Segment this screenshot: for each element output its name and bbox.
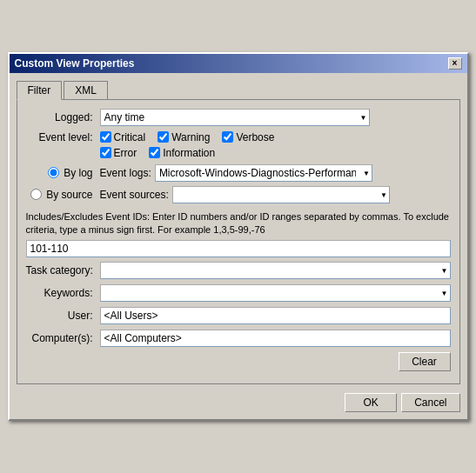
critical-label: Critical xyxy=(114,131,146,143)
tab-xml[interactable]: XML xyxy=(64,81,108,100)
keywords-label: Keywords: xyxy=(26,287,100,299)
clear-button[interactable]: Clear xyxy=(399,352,451,371)
critical-checkbox[interactable] xyxy=(100,131,111,143)
information-checkbox-label[interactable]: Information xyxy=(149,147,215,159)
by-source-row: By source Event sources: xyxy=(26,186,451,203)
ok-button[interactable]: OK xyxy=(345,393,397,412)
by-log-radio-label[interactable]: By log xyxy=(48,167,92,179)
task-category-row: Task category: xyxy=(26,262,451,279)
warning-checkbox-label[interactable]: Warning xyxy=(158,131,210,143)
event-level-checkboxes-row1: Critical Warning Verbose xyxy=(100,131,275,143)
event-logs-label: Event logs: xyxy=(100,167,151,179)
event-sources-select-wrapper xyxy=(172,186,390,203)
task-category-select[interactable] xyxy=(100,262,451,279)
user-label: User: xyxy=(26,310,100,322)
user-input[interactable] xyxy=(100,307,451,324)
cancel-button[interactable]: Cancel xyxy=(401,393,459,412)
by-log-row: By log Event logs: Microsoft-Windows-Dia… xyxy=(26,164,451,182)
by-source-radio[interactable] xyxy=(30,189,42,200)
keywords-row: Keywords: xyxy=(26,284,451,302)
critical-checkbox-label[interactable]: Critical xyxy=(100,131,146,143)
filter-panel: Logged: Any time Last hour Last 12 hours… xyxy=(17,99,460,385)
description-text: Includes/Excludes Event IDs: Enter ID nu… xyxy=(26,210,451,237)
task-category-select-wrapper xyxy=(100,262,451,279)
event-level-label: Event level: xyxy=(26,131,100,143)
logged-select-wrapper: Any time Last hour Last 12 hours Last 24… xyxy=(100,109,370,126)
event-ids-input[interactable] xyxy=(26,240,451,257)
tab-filter[interactable]: Filter xyxy=(17,81,63,100)
dialog-content: Filter XML Logged: Any time Last hour La… xyxy=(10,73,467,420)
task-category-label: Task category: xyxy=(26,264,100,276)
by-source-radio-label[interactable]: By source xyxy=(30,189,92,201)
dialog: Custom View Properties × Filter XML Logg… xyxy=(8,52,469,422)
warning-checkbox[interactable] xyxy=(158,131,169,143)
event-logs-select[interactable]: Microsoft-Windows-Diagnostics-Performanc… xyxy=(155,164,372,182)
event-level-row1: Event level: Critical Warning Verbose xyxy=(26,131,451,143)
verbose-checkbox-label[interactable]: Verbose xyxy=(222,131,274,143)
event-sources-label: Event sources: xyxy=(100,189,169,201)
event-sources-select[interactable] xyxy=(172,186,390,203)
logged-label: Logged: xyxy=(26,111,100,123)
close-button[interactable]: × xyxy=(448,57,462,70)
dialog-title: Custom View Properties xyxy=(15,57,135,70)
keywords-select[interactable] xyxy=(100,284,451,302)
dialog-buttons: OK Cancel xyxy=(17,393,460,412)
information-label: Information xyxy=(163,147,215,159)
by-log-radio-col: By log xyxy=(26,167,100,179)
clear-button-row: Clear xyxy=(26,352,451,371)
user-row: User: xyxy=(26,307,451,324)
computer-label: Computer(s): xyxy=(26,332,100,344)
keywords-select-wrapper xyxy=(100,284,451,302)
event-level-row2: Error Information xyxy=(26,147,451,159)
tabs: Filter XML xyxy=(17,80,460,99)
computer-input[interactable] xyxy=(100,330,451,347)
event-ids-row xyxy=(26,240,451,257)
logged-row: Logged: Any time Last hour Last 12 hours… xyxy=(26,109,451,126)
logged-select[interactable]: Any time Last hour Last 12 hours Last 24… xyxy=(100,109,370,126)
computer-row: Computer(s): xyxy=(26,330,451,347)
verbose-label: Verbose xyxy=(236,131,274,143)
warning-label: Warning xyxy=(171,131,210,143)
information-checkbox[interactable] xyxy=(149,147,160,158)
verbose-checkbox[interactable] xyxy=(222,131,233,143)
event-logs-select-wrapper: Microsoft-Windows-Diagnostics-Performanc… xyxy=(155,164,372,182)
by-source-radio-col: By source xyxy=(26,189,100,201)
event-level-checkboxes-row2: Error Information xyxy=(100,147,216,159)
error-checkbox[interactable] xyxy=(100,147,111,158)
title-bar: Custom View Properties × xyxy=(10,54,467,73)
error-label: Error xyxy=(114,147,137,159)
by-source-label: By source xyxy=(46,189,92,201)
by-log-radio[interactable] xyxy=(48,167,59,178)
by-log-label: By log xyxy=(64,167,92,179)
error-checkbox-label[interactable]: Error xyxy=(100,147,137,159)
